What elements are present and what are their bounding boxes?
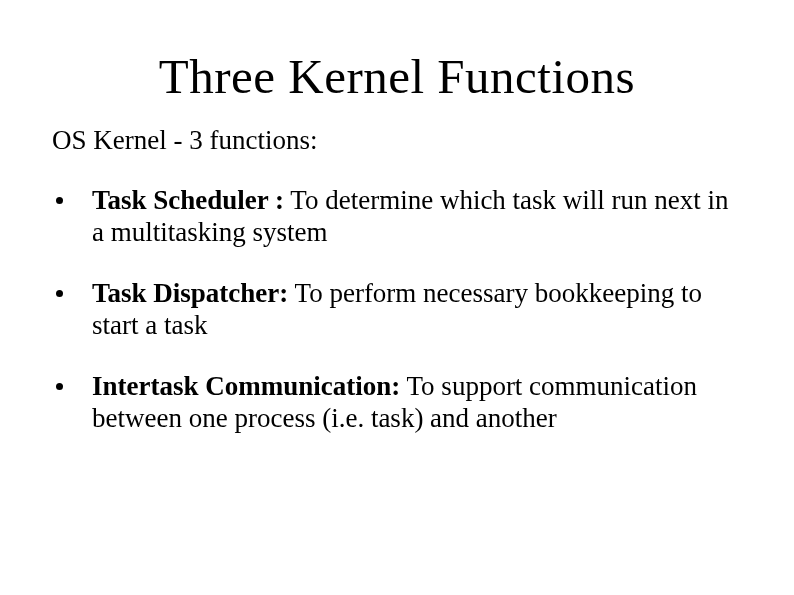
bullet-term: Task Scheduler : xyxy=(92,185,284,215)
list-item: Task Scheduler : To determine which task… xyxy=(52,184,742,249)
list-item: Task Dispatcher: To perform necessary bo… xyxy=(52,277,742,342)
bullet-term: Intertask Communication: xyxy=(92,371,400,401)
bullet-list: Task Scheduler : To determine which task… xyxy=(52,184,742,434)
list-item: Intertask Communication: To support comm… xyxy=(52,370,742,435)
bullet-term: Task Dispatcher: xyxy=(92,278,288,308)
slide-subtitle: OS Kernel - 3 functions: xyxy=(52,125,794,156)
slide: Three Kernel Functions OS Kernel - 3 fun… xyxy=(0,48,794,595)
slide-title: Three Kernel Functions xyxy=(0,48,794,105)
